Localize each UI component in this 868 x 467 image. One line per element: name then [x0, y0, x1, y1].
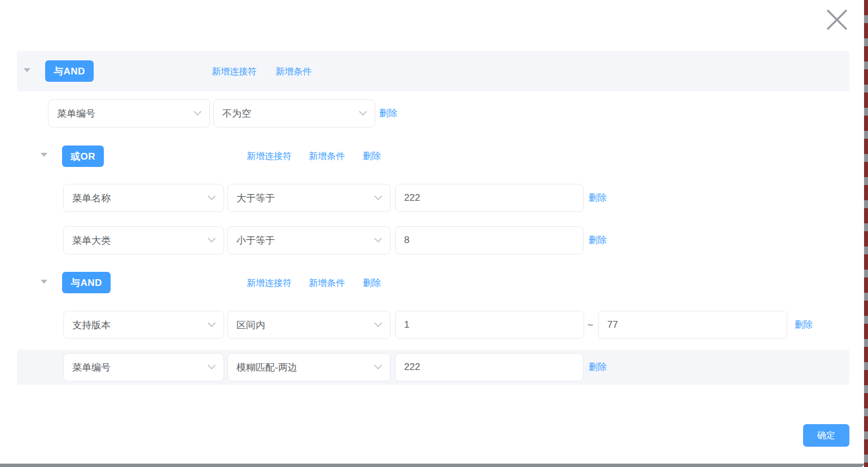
- range-min-input[interactable]: [395, 311, 584, 339]
- confirm-button[interactable]: 确定: [803, 424, 849, 447]
- field-select-value: 菜单大类: [72, 234, 111, 247]
- operator-select-value: 小于等于: [236, 234, 275, 247]
- chevron-down-icon: [374, 319, 382, 327]
- chevron-down-icon: [374, 362, 382, 369]
- chevron-down-icon: [208, 192, 216, 200]
- operator-select[interactable]: 不为空: [213, 99, 375, 127]
- field-select-value: 菜单名称: [72, 192, 111, 205]
- delete-group-link[interactable]: 删除: [363, 277, 381, 289]
- field-select-value: 菜单编号: [57, 107, 95, 120]
- chevron-down-icon: [208, 319, 216, 327]
- delete-condition-link[interactable]: 删除: [379, 108, 397, 119]
- delete-condition-link[interactable]: 删除: [589, 362, 607, 373]
- connector-badge-and[interactable]: 与AND: [45, 60, 94, 82]
- add-condition-link[interactable]: 新增条件: [309, 277, 345, 289]
- close-button[interactable]: [826, 8, 848, 31]
- add-condition-link[interactable]: 新增条件: [275, 66, 312, 77]
- delete-group-link[interactable]: 删除: [363, 151, 381, 162]
- connector-badge-or[interactable]: 或OR: [62, 146, 104, 167]
- group-header-row: [17, 51, 849, 91]
- field-select-value: 支持版本: [72, 319, 111, 332]
- delete-condition-link[interactable]: 删除: [795, 319, 813, 331]
- range-separator: ~: [588, 320, 593, 331]
- dialog-bottom-edge: [0, 464, 864, 467]
- range-max-input[interactable]: [598, 311, 787, 339]
- field-select[interactable]: 菜单大类: [63, 226, 224, 254]
- operator-select-value: 模糊匹配-两边: [236, 361, 297, 374]
- operator-select[interactable]: 小于等于: [227, 226, 391, 254]
- field-select[interactable]: 菜单编号: [63, 353, 224, 381]
- delete-condition-link[interactable]: 删除: [589, 235, 607, 246]
- page-edge-artifact: [864, 0, 868, 467]
- value-input[interactable]: [395, 226, 584, 254]
- operator-select[interactable]: 模糊匹配-两边: [227, 353, 391, 381]
- caret-down-icon[interactable]: [24, 68, 30, 72]
- add-connector-link[interactable]: 新增连接符: [247, 277, 292, 289]
- delete-condition-link[interactable]: 删除: [589, 192, 607, 204]
- close-icon: [826, 9, 848, 30]
- operator-select[interactable]: 大于等于: [227, 184, 391, 212]
- chevron-down-icon: [208, 235, 216, 243]
- chevron-down-icon: [194, 108, 201, 116]
- operator-select[interactable]: 区间内: [227, 311, 391, 339]
- caret-down-icon[interactable]: [41, 280, 47, 284]
- add-connector-link[interactable]: 新增连接符: [212, 66, 257, 77]
- operator-select-value: 大于等于: [236, 192, 275, 205]
- add-condition-link[interactable]: 新增条件: [309, 151, 345, 162]
- value-input[interactable]: [395, 184, 584, 212]
- add-connector-link[interactable]: 新增连接符: [247, 151, 292, 162]
- field-select[interactable]: 菜单编号: [48, 99, 210, 127]
- caret-down-icon[interactable]: [41, 153, 47, 157]
- chevron-down-icon: [374, 235, 382, 243]
- connector-badge-and[interactable]: 与AND: [62, 272, 111, 293]
- field-select[interactable]: 支持版本: [63, 311, 224, 339]
- query-builder-dialog: 与AND 新增连接符 新增条件 菜单编号 不为空 删除 或OR 新增连接符 新增…: [0, 0, 868, 467]
- field-select[interactable]: 菜单名称: [63, 184, 224, 212]
- chevron-down-icon: [208, 362, 216, 369]
- chevron-down-icon: [359, 108, 367, 116]
- operator-select-value: 区间内: [236, 319, 265, 332]
- chevron-down-icon: [374, 192, 382, 200]
- value-input[interactable]: [395, 353, 584, 381]
- operator-select-value: 不为空: [222, 107, 251, 120]
- field-select-value: 菜单编号: [72, 361, 111, 374]
